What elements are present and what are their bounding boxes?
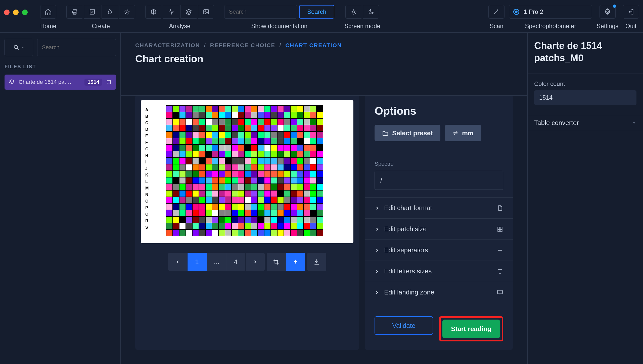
acc-edit-patch-size[interactable]: Edit patch size xyxy=(365,218,513,239)
chart-patch xyxy=(245,158,251,164)
chart-patch xyxy=(173,158,179,164)
download-button[interactable] xyxy=(307,253,326,271)
chart-patch xyxy=(290,138,297,145)
filter-button[interactable] xyxy=(5,39,33,56)
chart-patch xyxy=(303,118,310,125)
layers-button[interactable] xyxy=(180,5,197,19)
chart-patch xyxy=(277,197,284,203)
search-button-top[interactable]: Search xyxy=(299,5,334,19)
home-button[interactable] xyxy=(40,5,56,19)
chart-patch xyxy=(316,158,323,164)
dark-mode-button[interactable] xyxy=(363,5,379,19)
chart-patch xyxy=(192,112,199,118)
chart-patch xyxy=(303,145,310,151)
table-converter-toggle[interactable]: Table converter xyxy=(528,115,643,131)
close-window-icon[interactable] xyxy=(4,10,10,15)
minimize-window-icon[interactable] xyxy=(13,10,19,15)
scan-button[interactable] xyxy=(488,5,504,19)
sidebar-search-input[interactable] xyxy=(37,39,116,56)
print-button[interactable] xyxy=(66,5,82,19)
chart-patch xyxy=(205,132,212,138)
chart-patch xyxy=(310,190,316,197)
pager-next[interactable] xyxy=(246,253,265,271)
chart-patch xyxy=(258,203,264,210)
pager-prev[interactable] xyxy=(168,253,187,271)
chart-patch xyxy=(277,229,284,236)
chart-patch xyxy=(212,132,218,138)
curve-button[interactable] xyxy=(163,5,179,19)
pager-page-1[interactable]: 1 xyxy=(188,253,207,271)
start-reading-button[interactable]: Start reading xyxy=(442,320,500,338)
maximize-window-icon[interactable] xyxy=(22,10,28,15)
chart-patch xyxy=(218,151,225,158)
chart-patch xyxy=(232,138,238,145)
chart-patch xyxy=(205,203,212,210)
acc-edit-separators[interactable]: Edit separators xyxy=(365,239,513,261)
chart-canvas: ABCDEFGHIJKLMNOPQRS xyxy=(141,100,353,243)
chart-patch xyxy=(264,210,271,216)
chart-patch xyxy=(218,145,225,151)
spectrophotometer-select[interactable]: i1 Pro 2 xyxy=(509,5,592,19)
chart-patch xyxy=(297,138,303,145)
sun-icon xyxy=(350,9,357,15)
chart-patch xyxy=(186,229,192,236)
select-preset-button[interactable]: Select preset xyxy=(375,125,440,141)
chart-row-letter: N xyxy=(145,192,149,198)
color-count-label: Color count xyxy=(534,80,636,87)
activity-icon xyxy=(168,9,174,15)
wand-icon xyxy=(493,8,500,15)
chart-patch xyxy=(205,210,212,216)
chart-row-letter: M xyxy=(145,185,149,192)
svg-point-7 xyxy=(353,11,355,13)
chart-patch xyxy=(290,216,297,223)
chart-patch xyxy=(179,158,186,164)
chart-patch xyxy=(277,145,284,151)
page-title: Chart creation xyxy=(135,53,513,65)
acc-edit-chart-format[interactable]: Edit chart format xyxy=(365,197,513,218)
chart-patch xyxy=(284,177,290,184)
chart-patch xyxy=(284,158,290,164)
chart-patch xyxy=(173,105,179,112)
chart-patch xyxy=(179,229,186,236)
chart-patch xyxy=(264,171,271,177)
crumb-reference-choice[interactable]: REFERENCE CHOICE xyxy=(210,42,275,49)
chart-patch xyxy=(212,177,218,184)
light-mode-button[interactable] xyxy=(345,5,361,19)
lightning-icon xyxy=(293,259,299,265)
flash-button[interactable] xyxy=(286,253,305,271)
chart-patch xyxy=(245,112,251,118)
acc-edit-letters-sizes[interactable]: Edit letters sizes xyxy=(365,261,513,282)
settings-button[interactable] xyxy=(600,5,616,19)
acc-edit-landing-zone[interactable]: Edit landing zone xyxy=(365,282,513,303)
light-button[interactable] xyxy=(119,5,135,19)
chart-patch xyxy=(199,105,205,112)
unit-toggle-button[interactable]: mm xyxy=(445,125,481,141)
cube-button[interactable] xyxy=(145,5,161,19)
file-item[interactable]: Charte de 1514 pat… 1514 xyxy=(5,75,116,90)
chart-patch xyxy=(192,216,199,223)
chart-patch xyxy=(271,151,277,158)
chevron-right-icon xyxy=(375,206,380,211)
chart-patch xyxy=(316,223,323,229)
chart-patch xyxy=(212,223,218,229)
check-doc-button[interactable] xyxy=(84,5,100,19)
search-input-top[interactable] xyxy=(224,5,297,19)
crop-button[interactable] xyxy=(267,253,286,271)
crumb-chart-creation[interactable]: CHART CREATION xyxy=(285,42,342,49)
chart-patch xyxy=(264,112,271,118)
spectro-field[interactable] xyxy=(375,171,503,190)
crumb-characterization[interactable]: CHARACTERIZATION xyxy=(135,42,200,49)
ink-button[interactable] xyxy=(102,5,118,19)
moon-icon xyxy=(368,9,374,15)
quit-button[interactable] xyxy=(623,5,639,19)
download-icon xyxy=(313,259,320,265)
pager-ellipsis[interactable]: … xyxy=(207,253,226,271)
chart-patch xyxy=(218,132,225,138)
topbar: Home Create xyxy=(0,0,643,33)
chart-patch xyxy=(258,118,264,125)
validate-button[interactable]: Validate xyxy=(375,316,433,335)
pager-page-4[interactable]: 4 xyxy=(226,253,245,271)
image-button[interactable] xyxy=(198,5,214,19)
chart-patch xyxy=(284,105,290,112)
chart-patch xyxy=(179,112,186,118)
